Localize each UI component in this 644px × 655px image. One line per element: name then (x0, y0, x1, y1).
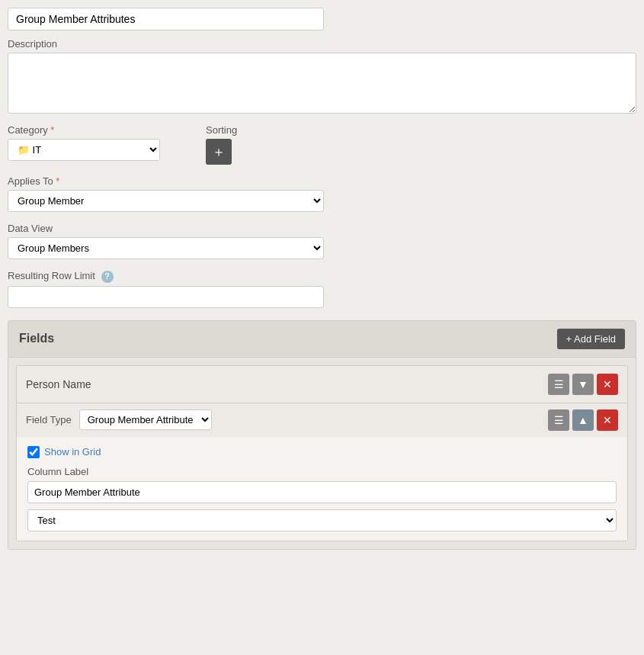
category-label: Category * (8, 124, 160, 136)
row-limit-help-icon[interactable]: ? (101, 271, 114, 283)
field-detail-body: Show in Grid Column Label Test Option 1 … (17, 437, 627, 541)
row-limit-label: Resulting Row Limit ? (8, 270, 636, 283)
close-icon-2: ✕ (603, 414, 612, 426)
column-label-input[interactable] (27, 481, 617, 503)
category-group: Category * 📁 IT General Finance HR (8, 124, 160, 161)
field-type-menu-button[interactable]: ☰ (548, 409, 569, 431)
menu-icon: ☰ (554, 378, 564, 390)
field-type-left: Field Type Group Member Attribute Person… (26, 409, 212, 430)
chevron-down-icon: ▼ (578, 378, 588, 390)
field-type-label: Field Type (26, 414, 72, 425)
fields-title: Fields (19, 332, 54, 345)
category-sorting-row: Category * 📁 IT General Finance HR Sorti… (8, 124, 636, 165)
field-type-header: Field Type Group Member Attribute Person… (17, 403, 627, 437)
column-label-text: Column Label (27, 466, 617, 477)
field-type-actions: ☰ ▲ ✕ (548, 409, 618, 431)
chevron-up-icon: ▲ (578, 414, 588, 426)
show-in-grid-label[interactable]: Show in Grid (44, 446, 101, 458)
test-select[interactable]: Test Option 1 Option 2 (27, 509, 617, 531)
data-view-group: Data View Group Members All People All G… (8, 223, 636, 259)
row-limit-input[interactable] (8, 286, 324, 308)
person-name-remove-button[interactable]: ✕ (597, 374, 618, 395)
applies-to-required: * (53, 175, 60, 187)
plus-icon: ＋ (212, 143, 226, 161)
person-name-label: Person Name (26, 378, 91, 390)
description-textarea[interactable] (8, 53, 636, 114)
sorting-add-button[interactable]: ＋ (206, 139, 232, 165)
applies-to-group: Applies To * Group Member Person Group (8, 175, 636, 212)
close-icon: ✕ (603, 378, 612, 390)
category-required: * (48, 124, 55, 136)
sorting-label: Sorting (206, 124, 237, 136)
field-type-remove-button[interactable]: ✕ (597, 409, 618, 431)
person-name-actions: ☰ ▼ ✕ (548, 374, 618, 395)
field-type-up-button[interactable]: ▲ (572, 409, 594, 431)
person-name-field-header: Person Name ☰ ▼ ✕ (17, 366, 627, 403)
description-label: Description (8, 38, 636, 50)
person-name-field-row: Person Name ☰ ▼ ✕ Field Ty (16, 365, 628, 541)
field-type-select[interactable]: Group Member Attribute Person Attribute … (79, 409, 212, 430)
add-field-button[interactable]: + Add Field (557, 329, 625, 349)
row-limit-group: Resulting Row Limit ? (8, 270, 636, 308)
applies-to-label: Applies To * (8, 175, 636, 187)
fields-panel: Fields + Add Field Person Name ☰ ▼ ✕ (8, 320, 636, 550)
description-group: Description (8, 38, 636, 114)
applies-to-select[interactable]: Group Member Person Group (8, 190, 324, 212)
person-name-down-button[interactable]: ▼ (572, 374, 594, 395)
show-in-grid-checkbox[interactable] (27, 446, 40, 458)
sorting-group: Sorting ＋ (206, 124, 237, 165)
menu-icon-2: ☰ (554, 414, 564, 426)
person-name-menu-button[interactable]: ☰ (548, 374, 569, 395)
data-view-select[interactable]: Group Members All People All Groups (8, 237, 324, 259)
field-type-row: Field Type Group Member Attribute Person… (17, 403, 627, 541)
category-select[interactable]: 📁 IT General Finance HR (8, 139, 160, 161)
data-view-label: Data View (8, 223, 636, 234)
title-input[interactable] (8, 8, 324, 31)
fields-header: Fields + Add Field (8, 321, 636, 358)
main-container: Description Category * 📁 IT General Fina… (8, 8, 636, 550)
show-in-grid-row: Show in Grid (27, 446, 617, 458)
